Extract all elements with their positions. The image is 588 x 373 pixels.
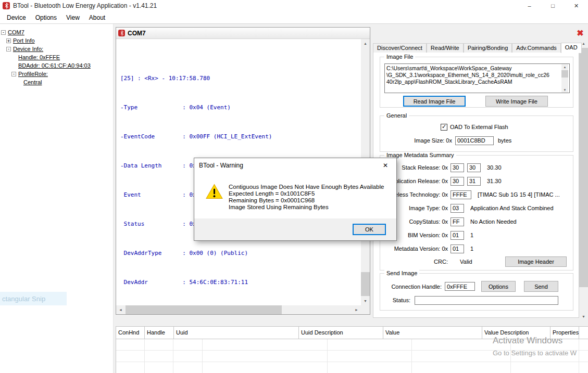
metadata-value-input[interactable]: 30 xyxy=(451,177,464,186)
options-button[interactable]: Options xyxy=(481,281,516,292)
group-label: General xyxy=(384,112,409,119)
scrollbar-thumb[interactable] xyxy=(579,48,588,287)
image-file-path-box[interactable]: C:\Users\smart\ti_Workspace\WorkSpace_Ga… xyxy=(384,63,570,93)
metadata-row: BIM Version: 0x011 xyxy=(380,228,573,242)
tree-item-label[interactable]: ProfileRole: xyxy=(18,71,48,77)
tree-item[interactable]: Central xyxy=(0,78,113,86)
metadata-value-input[interactable]: 01 xyxy=(451,245,464,253)
scrollbar-thumb[interactable] xyxy=(561,70,568,78)
scroll-up-icon[interactable]: ▲ xyxy=(561,64,568,70)
scroll-down-icon[interactable]: ▼ xyxy=(361,297,370,305)
tab[interactable]: Read/Write xyxy=(427,43,464,53)
oad-external-flash-label: OAD To External Flash xyxy=(450,124,508,130)
tree-item[interactable]: - COM7 xyxy=(0,28,113,36)
table-header-cell[interactable]: Value xyxy=(383,327,482,339)
tree-item-label[interactable]: Port Info xyxy=(13,37,35,44)
tree-item[interactable]: Handle: 0xFFFE xyxy=(0,53,113,61)
tree-expand-icon[interactable]: + xyxy=(6,38,11,43)
metadata-value-input[interactable]: 01 xyxy=(451,231,464,240)
status-input[interactable] xyxy=(415,296,558,305)
menu-item[interactable]: About xyxy=(84,12,110,23)
table-header-cell[interactable]: ConHnd xyxy=(116,327,145,339)
metadata-value-input[interactable]: 03 xyxy=(451,204,464,213)
maximize-button[interactable]: □ xyxy=(541,0,565,11)
tab[interactable]: Discover/Connect xyxy=(373,43,427,53)
send-button[interactable]: Send xyxy=(524,281,558,292)
warning-dialog: BTool - Warning ✕ Contiguous Image Does … xyxy=(194,158,397,241)
close-button[interactable]: ✕ xyxy=(565,0,588,11)
metadata-value-input[interactable]: FFFE xyxy=(451,190,471,199)
table-cell xyxy=(173,339,203,350)
dialog-message-line: Expected Length = 0x1001C8F5 xyxy=(229,190,384,197)
scroll-down-icon[interactable]: ▼ xyxy=(579,312,588,321)
scrollbar-thumb[interactable] xyxy=(361,272,370,296)
ok-button[interactable]: OK xyxy=(353,224,386,235)
title-bar: BTool - Bluetooth Low Energy Application… xyxy=(0,0,588,11)
tree-expand-icon[interactable]: - xyxy=(1,30,6,35)
image-header-button[interactable]: Image Header xyxy=(505,256,567,267)
tree-expand-icon[interactable]: - xyxy=(6,47,11,52)
mdi-title-bar[interactable]: COM7 xyxy=(116,28,370,39)
image-size-input[interactable]: 0001C8BD xyxy=(455,136,494,145)
oad-external-flash-checkbox[interactable]: ✓ xyxy=(441,124,447,131)
path-scrollbar[interactable]: ▲ ▼ xyxy=(561,64,568,93)
metadata-value-input[interactable]: 30 xyxy=(451,163,464,172)
log-horizontal-scrollbar[interactable]: ◄ ► xyxy=(116,305,361,314)
tree-item-label[interactable]: Device Info: xyxy=(13,46,43,52)
table-header-cell[interactable]: Uuid Description xyxy=(299,327,383,339)
tab[interactable]: Pairing/Bonding xyxy=(464,43,512,53)
write-image-file-button[interactable]: Write Image File xyxy=(485,96,548,107)
table-cell xyxy=(173,362,203,373)
connection-handle-input[interactable]: 0xFFFE xyxy=(445,282,475,291)
table-row[interactable] xyxy=(116,362,588,373)
metadata-row: Application Release: 0x303131.30 xyxy=(380,174,573,188)
table-cell xyxy=(145,351,173,362)
table-header-cell[interactable]: Handle xyxy=(145,327,174,339)
warning-icon xyxy=(206,184,223,199)
scroll-down-icon[interactable]: ▼ xyxy=(561,87,568,93)
metadata-rows: Stack Release: 0x303030.30Application Re… xyxy=(380,161,573,255)
scroll-left-icon[interactable]: ◄ xyxy=(116,305,125,314)
tree-item-label[interactable]: BDAddr: 0C:61:CF:A0:94:03 xyxy=(18,62,91,69)
scroll-up-icon[interactable]: ▲ xyxy=(361,39,370,48)
table-header-cell[interactable]: Uuid xyxy=(174,327,299,339)
device-tree: - COM7 + Port Info - Device Info: Handle… xyxy=(0,24,114,373)
menu-item[interactable]: Options xyxy=(31,12,61,23)
log-line: DevAddrType : 0x00 (0) (Public) xyxy=(120,250,361,257)
check-icon: ✓ xyxy=(442,124,446,130)
scroll-right-icon[interactable]: ► xyxy=(352,305,361,314)
metadata-row: Image Type: 0x03Application And Stack Co… xyxy=(380,201,573,215)
tab-label: Pairing/Bonding xyxy=(468,45,508,51)
metadata-value-input[interactable]: 31 xyxy=(467,177,481,186)
tab[interactable]: OAD xyxy=(561,43,582,53)
tree-item-label[interactable]: Handle: 0xFFFE xyxy=(18,54,60,60)
tree-expand-icon[interactable]: - xyxy=(11,72,16,76)
metadata-value-input[interactable]: FF xyxy=(451,217,464,226)
tab-label: Discover/Connect xyxy=(377,45,422,51)
panel-vertical-scrollbar[interactable]: ▲ ▼ xyxy=(579,39,588,321)
minimize-button[interactable]: – xyxy=(518,0,541,11)
tab[interactable]: Adv.Commands xyxy=(512,43,560,53)
send-image-group: Send Image Connection Handle: 0xFFFE Opt… xyxy=(380,273,573,311)
tree-item[interactable]: - Device Info: xyxy=(0,45,113,53)
menu-item[interactable]: Device xyxy=(2,12,31,23)
crc-value: Valid xyxy=(460,259,472,265)
tree-item[interactable]: BDAddr: 0C:61:CF:A0:94:03 xyxy=(0,61,113,70)
dialog-message-line: Remaining Bytes = 0x0001C968 xyxy=(229,197,384,204)
metadata-row: Metadata Version: 0x011 xyxy=(380,242,573,255)
table-cell xyxy=(203,351,328,362)
dialog-title-bar[interactable]: BTool - Warning xyxy=(194,158,396,173)
tree-item[interactable]: - ProfileRole: xyxy=(0,70,113,78)
metadata-description: 1 xyxy=(470,232,473,238)
tree-item[interactable]: + Port Info xyxy=(0,36,113,45)
menu-item[interactable]: View xyxy=(61,12,84,23)
scrollbar-corner xyxy=(361,305,370,314)
panel-close-icon[interactable]: ✖ xyxy=(575,28,585,38)
read-image-file-button[interactable]: Read Image File xyxy=(403,96,466,107)
metadata-row: Stack Release: 0x303030.30 xyxy=(380,161,573,174)
tree-item-label[interactable]: COM7 xyxy=(8,29,24,35)
tree-item-label[interactable]: Central xyxy=(23,79,42,85)
dialog-close-icon[interactable]: ✕ xyxy=(374,158,396,173)
scrollbar-thumb[interactable] xyxy=(126,305,282,314)
metadata-value-input[interactable]: 30 xyxy=(467,163,481,172)
